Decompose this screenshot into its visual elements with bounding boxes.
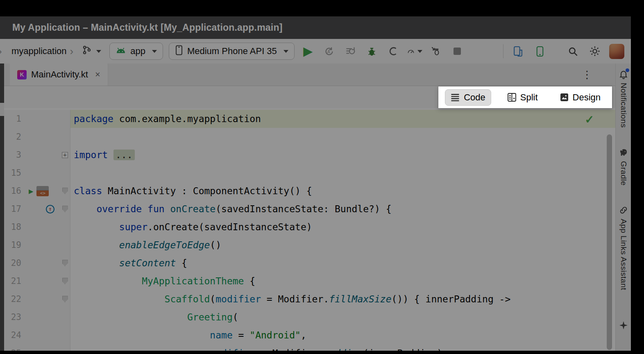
fold-collapse-icon[interactable] <box>62 188 68 194</box>
line-number[interactable]: 25 <box>4 344 25 351</box>
line-number[interactable]: 1 <box>4 110 25 128</box>
line-number[interactable]: 22 <box>4 290 25 308</box>
device-selector[interactable]: Medium Phone API 35 <box>169 43 295 60</box>
attach-debugger-button[interactable] <box>428 43 444 59</box>
chevron-right-icon: › <box>0 46 3 57</box>
code-line: 15 <box>4 164 615 182</box>
line-number[interactable]: 17 <box>4 200 25 218</box>
line-number[interactable]: 23 <box>4 308 25 326</box>
gutter-icons <box>25 326 60 344</box>
gemini-button[interactable] <box>619 320 628 331</box>
window-title: My Application – MainActivity.kt [My_App… <box>12 22 283 33</box>
line-number[interactable]: 15 <box>4 164 25 182</box>
sparkle-icon <box>619 320 628 330</box>
override-method-icon[interactable]: ↑ <box>46 205 54 213</box>
tab-code[interactable]: Code <box>445 89 491 106</box>
close-icon[interactable]: × <box>95 69 100 80</box>
vcs-widget[interactable] <box>79 43 104 59</box>
caret-down-icon <box>283 50 288 53</box>
tab-mainactivity[interactable]: K MainActivity.kt × <box>10 64 108 86</box>
link-icon <box>619 205 628 215</box>
fold-column <box>60 164 70 182</box>
tab-design[interactable]: Design <box>554 89 606 106</box>
more-options-icon[interactable]: ⋮ <box>582 68 592 81</box>
gutter-icons <box>25 236 60 254</box>
code-text[interactable]: class MainActivity : ComponentActivity()… <box>70 182 615 200</box>
right-tool-stripe: Notifications Gradle App Links Assistant <box>615 64 631 351</box>
line-number[interactable]: 20 <box>4 254 25 272</box>
vcs-branch-icon <box>82 45 92 58</box>
running-devices-button[interactable] <box>532 43 548 59</box>
left-stripe-notch[interactable] <box>0 103 4 116</box>
code-text[interactable]: modifier = Modifier.padding(innerPadding… <box>70 344 615 351</box>
tool-window-button-app-links[interactable]: App Links Assistant <box>619 205 628 290</box>
run-config-selector[interactable]: app <box>109 43 163 60</box>
code-text[interactable]: Greeting( <box>70 308 615 326</box>
fold-expand-icon[interactable]: + <box>62 152 68 158</box>
window-titlebar[interactable]: My Application – MainActivity.kt [My_App… <box>0 16 631 39</box>
profiler-gauge-icon <box>407 46 415 57</box>
run-config-label: app <box>130 46 145 57</box>
line-number[interactable]: 19 <box>4 236 25 254</box>
code-line: 19 enableEdgeToEdge() <box>4 236 615 254</box>
fold-column <box>60 290 70 308</box>
code-text[interactable]: name = "Android", <box>70 326 615 344</box>
activity-class-icon[interactable]: <> <box>36 186 49 196</box>
search-icon <box>567 46 578 57</box>
line-number[interactable]: 18 <box>4 218 25 236</box>
code-text[interactable]: setContent { <box>70 254 615 272</box>
tab-label: MainActivity.kt <box>31 69 88 80</box>
notification-dot <box>626 68 629 72</box>
project-widget[interactable]: myapplication › <box>11 46 73 57</box>
bell-icon <box>619 69 628 79</box>
android-icon <box>116 46 126 57</box>
main-toolbar: › myapplication › app <box>0 39 631 64</box>
editor-scrollbar[interactable] <box>607 134 612 350</box>
line-number[interactable]: 16 <box>4 182 25 200</box>
line-number[interactable]: 24 <box>4 326 25 344</box>
line-number[interactable]: 3 <box>4 146 25 164</box>
run-button[interactable]: ▶ <box>300 43 316 59</box>
code-text[interactable]: package com.example.myapplication <box>70 110 615 128</box>
fold-column <box>60 128 70 146</box>
chevron-right-icon: › <box>70 46 74 57</box>
settings-button[interactable] <box>587 43 603 59</box>
tool-window-button-gradle[interactable]: Gradle <box>619 148 628 186</box>
profile-button[interactable] <box>385 43 401 59</box>
code-text[interactable]: enableEdgeToEdge() <box>70 236 615 254</box>
code-text[interactable]: MyApplicationTheme { <box>70 272 615 290</box>
apply-code-changes-button[interactable] <box>343 43 358 59</box>
design-view-icon <box>560 93 569 102</box>
code-lines-icon <box>451 94 460 101</box>
run-icon[interactable]: ▶ <box>29 187 33 195</box>
gear-icon <box>589 45 601 57</box>
code-text[interactable]: Scaffold(modifier = Modifier.fillMaxSize… <box>70 290 615 308</box>
tab-split[interactable]: Split <box>502 89 544 106</box>
fold-collapse-icon[interactable] <box>62 278 68 284</box>
search-button[interactable] <box>565 43 581 59</box>
device-manager-button[interactable] <box>510 43 526 59</box>
debug-button[interactable] <box>364 43 380 59</box>
line-number[interactable]: 2 <box>4 128 25 146</box>
tool-window-label: Notifications <box>619 83 628 128</box>
fold-collapse-icon[interactable] <box>62 206 68 212</box>
code-text[interactable]: super.onCreate(savedInstanceState) <box>70 218 615 236</box>
code-text[interactable] <box>70 128 615 146</box>
fold-collapse-icon[interactable] <box>62 260 68 266</box>
code-text[interactable] <box>70 164 615 182</box>
tool-window-button-notifications[interactable]: Notifications <box>619 69 628 128</box>
code-text[interactable]: import ... <box>70 146 615 164</box>
profiler-dropdown-button[interactable] <box>407 43 422 59</box>
line-number[interactable]: 21 <box>4 272 25 290</box>
fold-column: + <box>60 146 70 164</box>
stop-button[interactable] <box>449 43 465 59</box>
caret-down-icon <box>96 50 101 53</box>
apply-changes-button[interactable]: A <box>322 43 337 59</box>
inspections-ok-icon[interactable]: ✓ <box>585 113 594 126</box>
code-line: 22 Scaffold(modifier = Modifier.fillMaxS… <box>4 290 615 308</box>
code-text[interactable]: override fun onCreate(savedInstanceState… <box>70 200 615 218</box>
fold-column <box>60 200 70 218</box>
code-editor[interactable]: 1package com.example.myapplication23+imp… <box>4 108 615 351</box>
avatar[interactable] <box>609 44 624 59</box>
fold-collapse-icon[interactable] <box>62 296 68 302</box>
